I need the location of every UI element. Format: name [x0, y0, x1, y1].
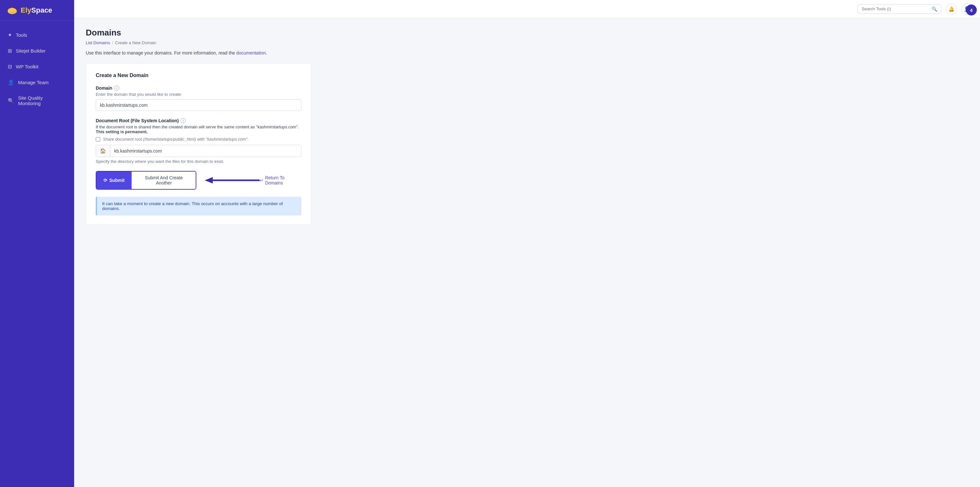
main-content: 🔍 🔔 👤 4 Domains List Domains / Create a … — [74, 0, 980, 487]
sidebar-item-sitejet[interactable]: ⊞ Sitejet Builder — [0, 43, 74, 58]
intro-text: Use this interface to manage your domain… — [86, 50, 968, 56]
share-doc-root-row: Share document root (/home/startups/publ… — [96, 137, 301, 142]
sidebar: ElySpace ✦ Tools ⊞ Sitejet Builder ⊟ WP … — [0, 0, 74, 487]
doc-root-group: Document Root (File System Location) i I… — [96, 118, 301, 164]
breadcrumb-list-domains[interactable]: List Domains — [86, 40, 110, 45]
doc-root-info-icon[interactable]: i — [181, 118, 186, 123]
logo-text: ElySpace — [21, 6, 52, 14]
doc-root-permanent-note: If the document root is shared then the … — [96, 124, 301, 134]
notification-bell-button[interactable]: 🔔 — [946, 3, 957, 14]
wp-icon: ⊟ — [8, 64, 12, 70]
form-card: Create a New Domain Domain i Enter the d… — [86, 63, 312, 225]
sidebar-navigation: ✦ Tools ⊞ Sitejet Builder ⊟ WP Toolkit 👤… — [0, 21, 74, 117]
info-message-text: It can take a moment to create a new dom… — [102, 201, 283, 211]
buttons-highlight-box: ⟳ Submit Submit And Create Another — [96, 171, 196, 189]
sidebar-item-sitejet-label: Sitejet Builder — [16, 48, 46, 54]
info-message-box: It can take a moment to create a new dom… — [96, 197, 301, 215]
sitejet-icon: ⊞ — [8, 48, 12, 54]
svg-marker-5 — [205, 177, 213, 183]
doc-root-input[interactable] — [110, 145, 301, 156]
site-quality-icon: 🔍 — [8, 98, 14, 104]
action-row: ⟳ Submit Submit And Create Another ↩ — [96, 171, 301, 189]
page-body: Domains List Domains / Create a New Doma… — [74, 18, 980, 487]
domain-info-icon[interactable]: i — [114, 86, 119, 91]
arrow-annotation — [202, 175, 259, 186]
svg-point-3 — [10, 8, 15, 12]
sidebar-item-manage-team[interactable]: 👤 Manage Team — [0, 75, 74, 90]
documentation-link[interactable]: documentation — [236, 50, 266, 56]
page-title: Domains — [86, 28, 968, 38]
submit-create-another-button[interactable]: Submit And Create Another — [132, 172, 196, 189]
topbar: 🔍 🔔 👤 4 — [74, 0, 980, 18]
sidebar-item-wp-label: WP Toolkit — [16, 64, 38, 69]
sidebar-item-site-quality-label: Site Quality Monitoring — [18, 95, 67, 106]
sidebar-item-tools-label: Tools — [16, 32, 27, 38]
search-input[interactable] — [862, 6, 929, 11]
share-doc-root-checkbox[interactable] — [96, 137, 100, 142]
home-icon: 🏠 — [96, 145, 110, 157]
doc-root-specify-note: Specify the directory where you want the… — [96, 159, 301, 164]
return-to-domains-button[interactable]: ↩ Return To Domains — [259, 175, 301, 185]
domain-input[interactable] — [96, 99, 301, 111]
domain-label: Domain i — [96, 86, 301, 91]
return-icon: ↩ — [259, 178, 263, 183]
doc-root-label: Document Root (File System Location) i — [96, 118, 301, 123]
arrow-svg — [202, 175, 259, 186]
breadcrumb-separator: / — [112, 40, 113, 45]
manage-team-icon: 👤 — [8, 80, 14, 86]
refresh-icon: ⟳ — [103, 178, 107, 183]
breadcrumb: List Domains / Create a New Domain — [86, 40, 968, 45]
doc-root-input-wrap: 🏠 — [96, 145, 301, 157]
breadcrumb-current: Create a New Domain — [115, 40, 156, 45]
domain-group: Domain i Enter the domain that you would… — [96, 86, 301, 111]
form-card-title: Create a New Domain — [96, 73, 301, 78]
sidebar-item-site-quality[interactable]: 🔍 Site Quality Monitoring — [0, 91, 74, 111]
logo-icon — [6, 6, 18, 15]
submit-button[interactable]: ⟳ Submit — [96, 172, 132, 189]
bell-icon: 🔔 — [948, 6, 955, 12]
sidebar-logo: ElySpace — [0, 0, 74, 21]
domain-sublabel: Enter the domain that you would like to … — [96, 92, 301, 97]
sidebar-item-wp-toolkit[interactable]: ⊟ WP Toolkit — [0, 59, 74, 74]
notification-badge[interactable]: 4 — [966, 5, 977, 16]
sidebar-item-manage-team-label: Manage Team — [18, 80, 49, 85]
search-bar[interactable]: 🔍 — [858, 4, 941, 14]
share-doc-root-label: Share document root (/home/startups/publ… — [103, 137, 248, 142]
tools-icon: ✦ — [8, 32, 12, 38]
search-icon[interactable]: 🔍 — [932, 6, 937, 12]
sidebar-item-tools[interactable]: ✦ Tools — [0, 27, 74, 43]
